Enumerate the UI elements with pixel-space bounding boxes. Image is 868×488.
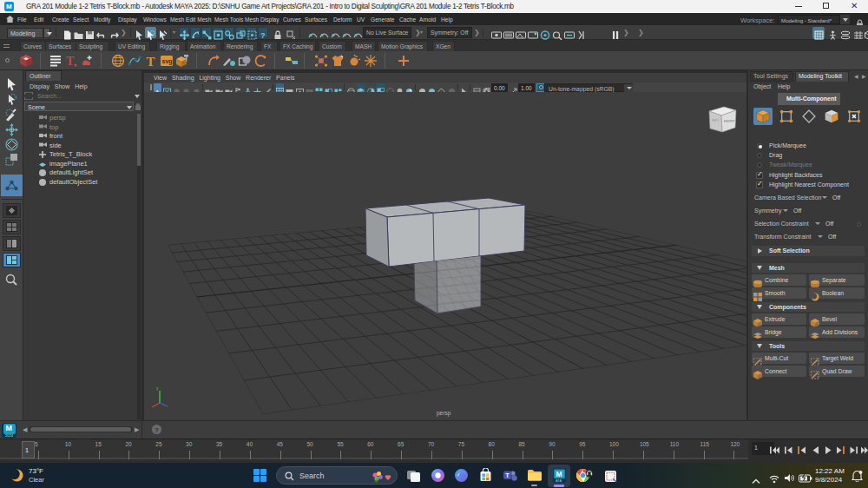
svg-text:M: M bbox=[556, 470, 562, 478]
svg-text:T: T bbox=[66, 55, 75, 68]
svg-text:svg: svg bbox=[162, 58, 173, 65]
svg-text:T: T bbox=[147, 55, 155, 69]
svg-text:FRONT: FRONT bbox=[724, 119, 735, 123]
svg-text:ATA: ATA bbox=[556, 478, 562, 483]
svg-text:?: ? bbox=[260, 31, 266, 40]
svg-text:T: T bbox=[505, 472, 510, 479]
